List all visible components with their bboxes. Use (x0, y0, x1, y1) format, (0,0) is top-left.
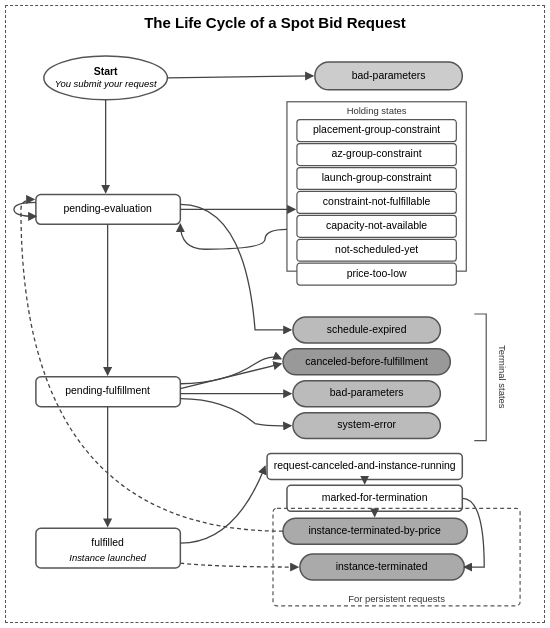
terminal-states-label: Terminal states (497, 345, 508, 409)
hs-7-label: price-too-low (347, 268, 407, 279)
hs-3-label: launch-group-constraint (322, 172, 432, 183)
bad-parameters-top-label: bad-parameters (352, 70, 426, 81)
diagram-container: The Life Cycle of a Spot Bid Request Sta… (5, 5, 545, 623)
arrow-start-badparams (167, 76, 312, 78)
fulfilled-label: fulfilled (91, 537, 124, 548)
arrow-persistent-loop (21, 199, 283, 531)
holding-states-label: Holding states (347, 105, 407, 116)
instance-terminated-label: instance-terminated (336, 561, 428, 572)
hs-6-label: not-scheduled-yet (335, 244, 418, 255)
schedule-expired-label: schedule-expired (327, 324, 407, 335)
arrow-fulfillment-schedexp (180, 357, 281, 384)
hs-1-label: placement-group-constraint (313, 124, 440, 135)
arrow-holding-back (180, 224, 287, 249)
pending-evaluation-label: pending-evaluation (63, 203, 152, 214)
arrow-fulfilled-term (180, 563, 298, 567)
arrow-fulfillment-syserror (180, 399, 291, 426)
canceled-before-label: canceled-before-fulfillment (305, 356, 428, 367)
loop-pending-eval (14, 202, 36, 216)
system-error-label: system-error (337, 419, 396, 430)
pending-fulfillment-label: pending-fulfillment (65, 385, 150, 396)
hs-5-label: capacity-not-available (326, 220, 427, 231)
hs-2-label: az-group-constraint (332, 148, 422, 159)
persistent-label: For persistent requests (348, 593, 445, 604)
arrow-fulfilled-reqcanceled (180, 466, 265, 543)
instance-term-price-label: instance-terminated-by-price (308, 525, 441, 536)
arrow-fulfillment-canceled (180, 364, 281, 389)
request-canceled-label: request-canceled-and-instance-running (274, 460, 456, 471)
terminal-bracket (474, 314, 486, 441)
arrow-eval-schedexp (180, 204, 291, 330)
marked-termination-label: marked-for-termination (322, 492, 428, 503)
hs-4-label: constraint-not-fulfillable (323, 196, 431, 207)
fulfilled-sublabel: Instance launched (69, 552, 146, 563)
bad-parameters-mid-label: bad-parameters (330, 387, 404, 398)
start-label: Start (94, 66, 118, 77)
start-sublabel: You submit your request (55, 78, 157, 89)
